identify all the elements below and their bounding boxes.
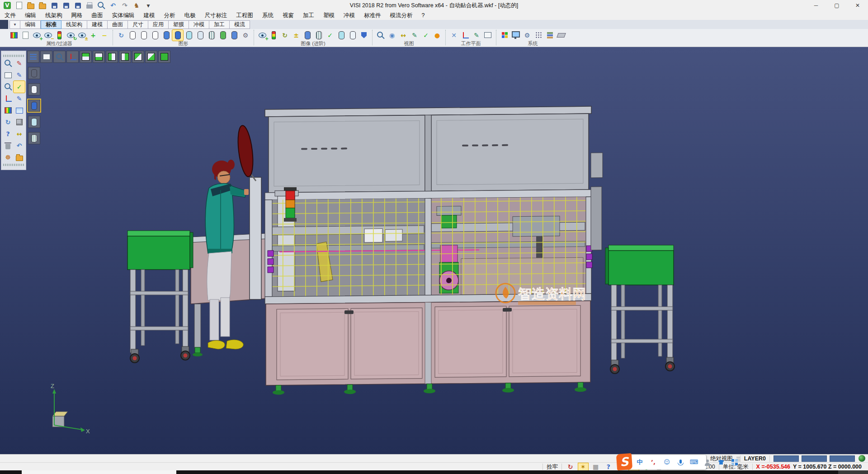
minimize-button[interactable]: ─ (806, 0, 826, 11)
transparent-mode-button[interactable] (206, 30, 217, 41)
save-all-button[interactable] (72, 0, 83, 11)
wp-rotate-button[interactable]: ✕ (448, 30, 459, 41)
sys-layers-button[interactable] (544, 30, 555, 41)
visi-logo-button[interactable]: V (2, 0, 13, 11)
maximize-button[interactable]: ▢ (826, 0, 847, 11)
taskbar-search-sliver[interactable] (22, 470, 176, 474)
redo-button[interactable]: ↷ (119, 0, 130, 11)
open-file-button[interactable] (25, 0, 36, 11)
mode-wireframe-button[interactable] (28, 67, 40, 79)
menu-item-17[interactable]: 模流分析 (386, 11, 417, 20)
render-copy-button[interactable] (229, 30, 240, 41)
toggle-visibility-button[interactable] (76, 30, 87, 41)
ime-toolbox-button[interactable] (730, 459, 740, 466)
undo-button[interactable]: ↶ (108, 0, 118, 11)
ribbon-tab-7[interactable]: 塑膜 (169, 20, 189, 29)
measure-distance-button[interactable]: ↔ (14, 128, 25, 140)
flat-shade-button[interactable] (195, 30, 206, 41)
fit-plane-button[interactable] (2, 69, 14, 81)
menu-item-3[interactable]: 网格 (67, 11, 87, 20)
refresh-visibility-button[interactable] (65, 30, 76, 41)
adv-show-button[interactable] (257, 30, 268, 41)
sketch-curve-button[interactable]: ✎ (14, 69, 25, 81)
view-right-button[interactable] (145, 51, 157, 63)
wp-align-button[interactable] (460, 30, 471, 41)
ime-emoji-button[interactable]: ☺ (662, 459, 672, 466)
ime-skin-button[interactable] (716, 459, 726, 466)
show-all-button[interactable]: + (88, 30, 99, 41)
adv-regen-button[interactable]: ↻ (279, 30, 290, 41)
wireframe-mode-button[interactable] (127, 30, 138, 41)
attribute-layers-button[interactable] (2, 104, 14, 116)
shaded-left-button[interactable] (161, 30, 172, 41)
qat-overflow-button[interactable]: ▾ (143, 0, 154, 11)
adv-traffic-filter-button[interactable] (268, 30, 279, 41)
sys-grid-button[interactable] (533, 30, 544, 41)
ribbon-tab-6[interactable]: 应用 (148, 20, 169, 29)
ime-punct-button[interactable]: ’, (648, 459, 658, 466)
adv-section-button[interactable] (302, 30, 313, 41)
help-button[interactable]: ? (2, 128, 14, 140)
view-front-button[interactable] (106, 51, 118, 63)
delete-trash-button[interactable] (2, 140, 14, 152)
print-preview-button[interactable] (96, 0, 107, 11)
orient-axes-button[interactable] (66, 51, 79, 63)
ime-mic-button[interactable] (675, 459, 685, 466)
adv-ghost-button[interactable] (347, 30, 358, 41)
zoom-extents-button[interactable] (2, 81, 14, 93)
dashed-hidden-mode-button[interactable] (150, 30, 160, 41)
viewport-3d[interactable]: 智造资料网 Z X ✎✎✓✎↻?↔↶☸ (0, 47, 868, 454)
fit-view-button[interactable] (40, 51, 52, 63)
view-orbit-button[interactable]: ◉ (387, 30, 397, 41)
view-menu-button[interactable] (27, 51, 39, 63)
ribbon-tab-5[interactable]: 尺寸 (128, 20, 148, 29)
ribbon-tab-0[interactable]: 编辑 (20, 20, 41, 29)
view-check-button[interactable]: ✓ (420, 30, 431, 41)
menu-item-12[interactable]: 视窗 (278, 11, 298, 20)
adv-validate-button[interactable]: ✓ (325, 30, 335, 41)
menu-item-16[interactable]: 标准件 (359, 11, 386, 20)
attribute-preview-button[interactable] (20, 30, 31, 41)
menu-item-14[interactable]: 塑模 (319, 11, 339, 20)
menu-item-8[interactable]: 电极 (180, 11, 200, 20)
sys-monitor-button[interactable] (510, 30, 521, 41)
ribbon-tab-2[interactable]: 线架构 (61, 20, 87, 29)
ribbon-tab-1[interactable]: 标准 (41, 20, 61, 29)
save-as-button[interactable] (61, 0, 71, 11)
sys-options-button[interactable]: ⚙ (522, 30, 533, 41)
zoom-dynamic-button[interactable] (53, 51, 66, 63)
view-back-button[interactable] (119, 51, 131, 63)
navigator-wheel-button[interactable]: ☸ (2, 152, 14, 163)
menu-item-11[interactable]: 系统 (258, 11, 278, 20)
shaded-mode-button[interactable] (172, 30, 183, 41)
context-help-button[interactable]: ? (604, 463, 613, 470)
import-folder-button[interactable] (14, 152, 25, 163)
calculator-button[interactable]: ▦ (591, 463, 601, 470)
menu-item-5[interactable]: 实体编辑 (108, 11, 139, 20)
delete-sketch-button[interactable]: ✎ (14, 57, 25, 69)
undo-back-button[interactable]: ↶ (14, 140, 25, 152)
menu-item-6[interactable]: 建模 (139, 11, 160, 20)
snap-record-button[interactable]: ↻ (566, 463, 576, 470)
lock-label[interactable]: 拴牢 (542, 464, 561, 470)
view-iso-shaded-button[interactable] (158, 51, 170, 63)
ime-user-button[interactable] (703, 459, 712, 466)
layer-indicator[interactable]: LAYER0 (740, 455, 769, 462)
show-entities-button[interactable] (31, 30, 42, 41)
adv-shade-button[interactable] (336, 30, 347, 41)
regenerate-button[interactable]: ↻ (2, 116, 14, 128)
ribbon-tab-8[interactable]: 冲模 (189, 20, 209, 29)
wp-view-button[interactable] (482, 30, 493, 41)
selection-filter-button[interactable] (2, 57, 14, 69)
view-ball-button[interactable]: ● (432, 30, 443, 41)
menu-item-0[interactable]: 文件 (0, 11, 20, 20)
menu-item-15[interactable]: 冲模 (339, 11, 359, 20)
solid-view-button[interactable] (14, 116, 25, 128)
globe-icon[interactable] (859, 455, 865, 462)
ime-logo-icon[interactable]: S (616, 453, 632, 470)
view-left-button[interactable] (132, 51, 144, 63)
regen-graphics-button[interactable]: ↻ (116, 30, 127, 41)
hide-all-button[interactable]: − (99, 30, 110, 41)
render-group-button[interactable] (217, 30, 228, 41)
sys-slab-button[interactable] (556, 30, 566, 41)
